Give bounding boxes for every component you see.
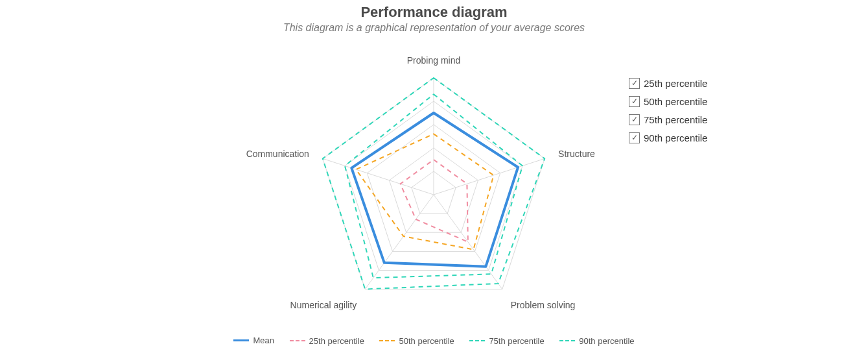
legend: Mean 25th percentile 50th percentile 75t… <box>0 334 868 346</box>
checkbox-icon: ✓ <box>629 78 640 89</box>
toggle-50th[interactable]: ✓ 50th percentile <box>629 92 707 110</box>
toggle-25th[interactable]: ✓ 25th percentile <box>629 74 707 92</box>
legend-swatch <box>290 340 305 341</box>
legend-label: 75th percentile <box>489 336 544 346</box>
toggle-label: 75th percentile <box>644 114 707 125</box>
legend-label: 50th percentile <box>399 336 454 346</box>
legend-item-mean[interactable]: Mean <box>233 336 274 345</box>
svg-text:Probing mind: Probing mind <box>407 55 461 66</box>
legend-item-75th[interactable]: 75th percentile <box>469 336 544 346</box>
toggle-75th[interactable]: ✓ 75th percentile <box>629 110 707 129</box>
svg-line-9 <box>323 158 434 195</box>
svg-text:Communication: Communication <box>246 149 309 159</box>
toggle-label: 50th percentile <box>644 96 707 107</box>
page: Performance diagram This diagram is a gr… <box>0 0 868 355</box>
legend-label: 25th percentile <box>309 336 364 346</box>
legend-item-25th[interactable]: 25th percentile <box>290 336 364 346</box>
chart-area: Probing mindStructureProblem solvingNume… <box>0 52 868 331</box>
legend-item-90th[interactable]: 90th percentile <box>559 336 634 346</box>
legend-item-50th[interactable]: 50th percentile <box>379 336 454 346</box>
percentile-toggles: ✓ 25th percentile ✓ 50th percentile ✓ 75… <box>629 74 707 147</box>
checkbox-icon: ✓ <box>629 96 640 107</box>
radar-chart: Probing mindStructureProblem solvingNume… <box>239 52 628 331</box>
svg-line-8 <box>365 195 434 289</box>
chart-title: Performance diagram <box>0 4 868 21</box>
checkbox-icon: ✓ <box>629 132 640 143</box>
svg-text:Problem solving: Problem solving <box>511 300 576 310</box>
legend-swatch <box>559 340 575 341</box>
legend-swatch <box>469 340 485 341</box>
checkbox-icon: ✓ <box>629 114 640 125</box>
chart-subtitle: This diagram is a graphical representati… <box>0 22 868 34</box>
legend-label: 90th percentile <box>579 336 634 346</box>
toggle-label: 25th percentile <box>644 78 707 89</box>
svg-marker-15 <box>351 113 518 267</box>
svg-text:Structure: Structure <box>558 149 595 159</box>
toggle-label: 90th percentile <box>644 132 707 143</box>
legend-swatch <box>379 340 395 341</box>
legend-swatch <box>233 339 249 341</box>
svg-text:Numerical agility: Numerical agility <box>290 300 357 310</box>
toggle-90th[interactable]: ✓ 90th percentile <box>629 129 707 147</box>
legend-label: Mean <box>253 336 274 345</box>
